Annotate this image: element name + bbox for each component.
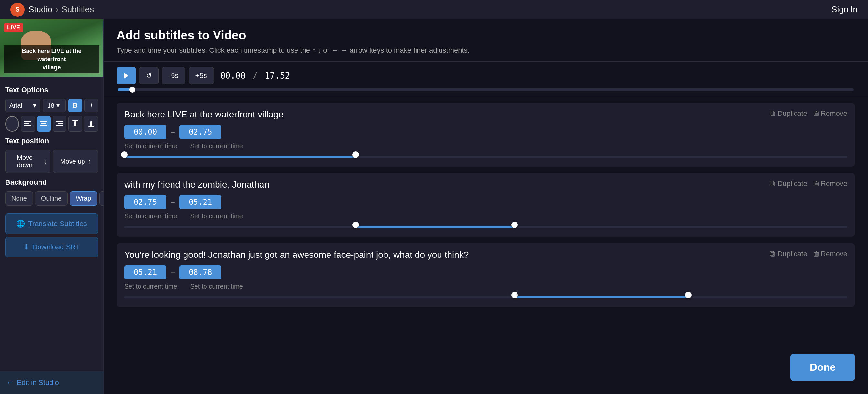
sign-in-button[interactable]: Sign In bbox=[831, 4, 858, 14]
slider-thumb-start-1[interactable] bbox=[352, 222, 359, 228]
svg-rect-12 bbox=[90, 121, 92, 127]
start-time-input-2[interactable] bbox=[124, 265, 166, 280]
svg-rect-1 bbox=[24, 123, 29, 124]
timeline-bar[interactable] bbox=[118, 88, 854, 91]
subtitle-timing-0: – bbox=[124, 125, 847, 139]
svg-rect-6 bbox=[56, 121, 63, 122]
remove-button-2[interactable]: Remove bbox=[814, 250, 847, 258]
svg-rect-22 bbox=[771, 182, 775, 186]
svg-rect-3 bbox=[40, 121, 47, 122]
background-row: None Outline Wrap Full bbox=[5, 191, 98, 206]
subtitle-slider-2[interactable] bbox=[124, 294, 847, 300]
font-row: Arial ▾ 18 ▾ B I bbox=[5, 99, 98, 112]
header: S Studio › Subtitles Sign In bbox=[0, 0, 868, 20]
align-left-icon bbox=[24, 121, 31, 127]
align-circle-button[interactable] bbox=[5, 116, 19, 132]
timeline-thumb[interactable] bbox=[129, 87, 135, 93]
align-center-button[interactable] bbox=[37, 116, 51, 132]
size-select[interactable]: 18 ▾ bbox=[43, 99, 66, 112]
font-select[interactable]: Arial ▾ bbox=[5, 99, 40, 112]
trash-icon bbox=[814, 181, 819, 187]
set-start-time-link-0[interactable]: Set to current time bbox=[124, 142, 177, 150]
play-button[interactable] bbox=[117, 67, 136, 85]
studio-link[interactable]: Studio bbox=[29, 4, 53, 14]
svg-rect-30 bbox=[771, 252, 775, 256]
set-end-time-link-0[interactable]: Set to current time bbox=[190, 142, 243, 150]
svg-rect-15 bbox=[770, 111, 774, 115]
minus5-button[interactable]: -5s bbox=[162, 67, 185, 85]
main-layout: LIVE Back here LIVE at the waterfront vi… bbox=[0, 20, 868, 394]
slider-thumb-end-1[interactable] bbox=[512, 222, 518, 228]
bg-wrap-button[interactable]: Wrap bbox=[70, 191, 97, 206]
svg-rect-9 bbox=[72, 120, 78, 121]
align-top-button[interactable] bbox=[68, 116, 82, 132]
bg-none-button[interactable]: None bbox=[5, 191, 33, 206]
slider-thumb-end-0[interactable] bbox=[352, 152, 359, 158]
done-button[interactable]: Done bbox=[790, 354, 855, 381]
remove-button-0[interactable]: Remove bbox=[814, 109, 847, 118]
duplicate-button-0[interactable]: Duplicate bbox=[770, 109, 807, 118]
text-position-title: Text position bbox=[5, 137, 98, 145]
subtitle-item: Back here LIVE at the waterfront village… bbox=[117, 103, 855, 167]
rewind-button[interactable]: ↺ bbox=[139, 67, 159, 85]
download-srt-button[interactable]: ⬇ Download SRT bbox=[5, 237, 98, 258]
slider-thumb-start-2[interactable] bbox=[512, 292, 518, 298]
translate-subtitles-button[interactable]: 🌐 Translate Subtitles bbox=[5, 214, 98, 234]
italic-button[interactable]: I bbox=[85, 99, 98, 112]
slider-thumb-end-2[interactable] bbox=[685, 292, 692, 298]
move-up-button[interactable]: Move up ↑ bbox=[53, 150, 98, 173]
controls-row: ↺ -5s +5s 00.00 / 17.52 bbox=[117, 67, 855, 85]
sidebar: LIVE Back here LIVE at the waterfront vi… bbox=[0, 20, 103, 394]
set-start-time-link-1[interactable]: Set to current time bbox=[124, 212, 177, 220]
live-badge: LIVE bbox=[4, 23, 23, 32]
svg-rect-5 bbox=[40, 125, 47, 126]
translate-icon: 🌐 bbox=[16, 220, 25, 228]
trash-icon bbox=[814, 251, 819, 257]
align-right-button[interactable] bbox=[53, 116, 67, 132]
plus5-button[interactable]: +5s bbox=[189, 67, 214, 85]
subtitle-slider-0[interactable] bbox=[124, 154, 847, 160]
end-time-input-1[interactable] bbox=[179, 195, 221, 209]
subtitle-text-2: You're looking good! Jonathan just got a… bbox=[124, 250, 469, 260]
sidebar-controls: Text Options Arial ▾ 18 ▾ B I bbox=[0, 77, 103, 371]
bg-outline-button[interactable]: Outline bbox=[35, 191, 68, 206]
breadcrumb-separator: › bbox=[56, 4, 59, 14]
subtitle-slider-1[interactable] bbox=[124, 224, 847, 230]
time-display: 00.00 / 17.52 bbox=[220, 71, 290, 80]
chevron-down-icon: ▾ bbox=[33, 102, 36, 109]
arrow-up-icon: ↑ bbox=[88, 158, 91, 165]
align-bottom-button[interactable] bbox=[84, 116, 98, 132]
video-preview: LIVE Back here LIVE at the waterfront vi… bbox=[0, 20, 103, 77]
content-area: Add subtitles to Video Type and time you… bbox=[103, 20, 868, 394]
set-end-time-link-2[interactable]: Set to current time bbox=[190, 283, 243, 290]
svg-rect-4 bbox=[41, 123, 46, 124]
edit-in-studio-button[interactable]: ← Edit in Studio bbox=[0, 371, 103, 394]
bg-full-button[interactable]: Full bbox=[99, 191, 103, 206]
page-title-area: Add subtitles to Video Type and time you… bbox=[103, 20, 868, 62]
duplicate-button-2[interactable]: Duplicate bbox=[770, 250, 807, 258]
remove-button-1[interactable]: Remove bbox=[814, 179, 847, 188]
background-title: Background bbox=[5, 178, 98, 187]
align-left-button[interactable] bbox=[21, 116, 35, 132]
subtitles-list: Back here LIVE at the waterfront village… bbox=[103, 96, 868, 394]
play-icon bbox=[123, 72, 129, 79]
studio-logo[interactable]: S bbox=[10, 3, 25, 17]
end-time-input-0[interactable] bbox=[179, 125, 221, 139]
move-down-button[interactable]: Move down ↓ bbox=[5, 150, 51, 173]
svg-rect-10 bbox=[74, 121, 76, 127]
video-subtitle: Back here LIVE at the waterfront village bbox=[4, 45, 99, 74]
end-time-input-2[interactable] bbox=[179, 265, 221, 280]
set-start-time-link-2[interactable]: Set to current time bbox=[124, 283, 177, 290]
download-icon: ⬇ bbox=[23, 243, 29, 251]
breadcrumb-current: Subtitles bbox=[61, 4, 94, 14]
set-end-time-link-1[interactable]: Set to current time bbox=[190, 212, 243, 220]
trash-icon bbox=[814, 111, 819, 117]
svg-rect-0 bbox=[24, 121, 31, 122]
slider-thumb-start-0[interactable] bbox=[121, 152, 127, 158]
bold-button[interactable]: B bbox=[68, 99, 82, 112]
align-bottom-icon bbox=[88, 120, 94, 127]
duplicate-button-1[interactable]: Duplicate bbox=[770, 179, 807, 188]
align-center-icon bbox=[40, 121, 47, 127]
start-time-input-0[interactable] bbox=[124, 125, 166, 139]
start-time-input-1[interactable] bbox=[124, 195, 166, 209]
